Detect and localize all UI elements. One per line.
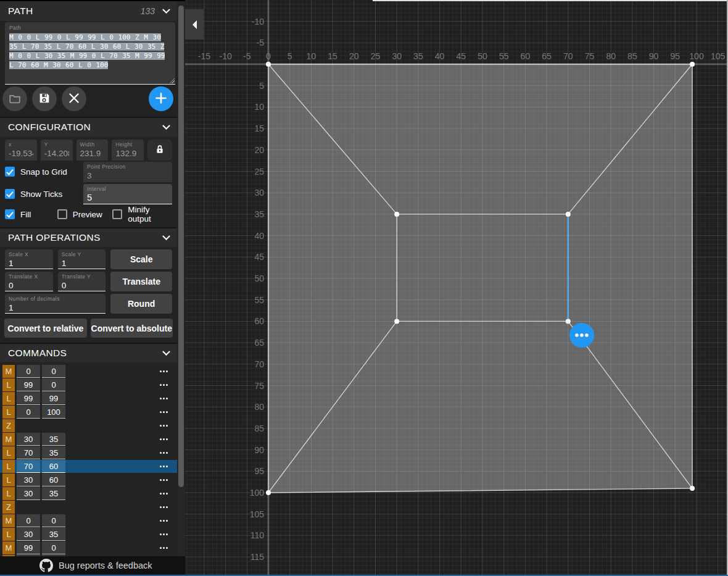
decimals-field[interactable]: Number of decimals — [5, 294, 105, 314]
command-x-value[interactable]: 70 — [17, 460, 40, 473]
path-vertex-handle[interactable] — [566, 319, 571, 323]
viewbox-width-input[interactable] — [80, 149, 105, 158]
clear-path-button[interactable] — [62, 86, 86, 111]
command-x-value[interactable]: 99 — [17, 392, 40, 405]
path-operations-section-header[interactable]: PATH OPERATIONS — [0, 227, 177, 247]
command-row[interactable]: L9999 — [0, 392, 177, 405]
scale-x-field[interactable]: Scale X — [5, 249, 53, 269]
point-menu-button[interactable] — [569, 323, 594, 348]
command-letter-badge[interactable]: Z — [2, 419, 15, 432]
command-letter-badge[interactable]: L — [2, 406, 15, 419]
translate-button[interactable]: Translate — [110, 272, 172, 291]
more-options-icon[interactable] — [159, 520, 168, 522]
viewbox-width-field[interactable]: Width — [77, 140, 109, 161]
command-x-value[interactable]: 30 — [17, 528, 40, 541]
path-vertex-handle[interactable] — [266, 62, 271, 67]
command-y-value[interactable]: 60 — [42, 474, 65, 486]
path-vertex-handle[interactable] — [690, 486, 695, 491]
path-vertex-handle[interactable] — [266, 490, 271, 495]
interval-field[interactable]: Interval — [83, 184, 172, 204]
fill-checkbox[interactable]: Fill — [5, 209, 57, 219]
command-letter-badge[interactable]: L — [2, 460, 15, 473]
command-y-value[interactable]: 35 — [42, 433, 65, 446]
more-options-icon[interactable] — [159, 384, 168, 386]
command-row[interactable]: M990 — [0, 541, 177, 554]
command-letter-badge[interactable]: L — [2, 528, 15, 541]
command-letter-badge[interactable]: L — [2, 378, 15, 391]
more-options-icon[interactable] — [159, 533, 168, 535]
path-section-header[interactable]: PATH 133 — [0, 1, 177, 21]
viewbox-height-field[interactable]: Height — [112, 140, 144, 161]
command-row[interactable]: Z — [0, 501, 177, 514]
command-letter-badge[interactable]: L — [2, 474, 15, 486]
viewbox-x-field[interactable]: x — [5, 140, 37, 161]
command-x-value[interactable]: 0 — [17, 514, 40, 527]
commands-section-header[interactable]: COMMANDS — [0, 343, 177, 362]
command-row[interactable]: L3035 — [0, 528, 177, 541]
lock-aspect-button[interactable] — [147, 140, 172, 161]
viewbox-y-field[interactable]: Y — [41, 140, 73, 161]
path-vertex-handle[interactable] — [394, 319, 399, 323]
command-y-value[interactable]: 0 — [42, 514, 65, 527]
open-path-button[interactable] — [2, 86, 27, 111]
feedback-footer[interactable]: Bug reports & feedback — [0, 556, 185, 575]
command-row[interactable]: L7060 — [0, 460, 177, 473]
command-row[interactable]: Z — [0, 419, 177, 432]
translate-y-field[interactable]: Translate Y — [58, 272, 106, 291]
path-vertex-handle[interactable] — [566, 212, 571, 217]
sidebar-scrollbar[interactable] — [177, 1, 185, 557]
convert-to-relative-button[interactable]: Convert to relative — [4, 319, 87, 338]
convert-to-absolute-button[interactable]: Convert to absolute — [91, 319, 173, 338]
command-letter-badge[interactable]: M — [2, 433, 15, 446]
command-row[interactable]: M3035 — [0, 433, 177, 446]
translate-x-field[interactable]: Translate X — [5, 272, 53, 291]
command-letter-badge[interactable]: L — [2, 392, 15, 405]
command-x-value[interactable]: 0 — [17, 406, 40, 419]
path-vertex-handle[interactable] — [690, 62, 695, 67]
command-row[interactable]: L0100 — [0, 406, 177, 419]
feedback-link[interactable]: Bug reports & feedback — [59, 561, 152, 570]
checkbox-checked-icon[interactable] — [5, 189, 15, 199]
command-x-value[interactable]: 99 — [17, 541, 40, 554]
textarea-resize-handle[interactable] — [169, 78, 175, 83]
command-row[interactable]: L7035 — [0, 446, 177, 459]
preview-checkbox[interactable]: Preview — [57, 209, 113, 219]
more-options-icon[interactable] — [159, 438, 168, 440]
command-row[interactable]: M00 — [0, 365, 177, 378]
command-letter-badge[interactable]: Z — [2, 501, 15, 514]
more-options-icon[interactable] — [159, 479, 168, 481]
path-textarea-value[interactable]: M 0 0 L 99 0 L 99 99 L 0 100 Z M 30 35 L… — [9, 33, 171, 70]
more-options-icon[interactable] — [159, 493, 168, 495]
command-y-value[interactable]: 99 — [42, 392, 65, 405]
command-letter-badge[interactable]: M — [2, 541, 15, 554]
path-textarea[interactable]: Path M 0 0 L 99 0 L 99 99 L 0 100 Z M 30… — [5, 22, 175, 85]
show-ticks-checkbox[interactable]: Show Ticks — [5, 189, 62, 199]
round-button[interactable]: Round — [110, 294, 172, 314]
more-options-icon[interactable] — [159, 370, 168, 372]
translate-x-input[interactable] — [9, 281, 49, 290]
translate-y-input[interactable] — [62, 281, 102, 290]
point-precision-input[interactable] — [87, 171, 168, 180]
command-row[interactable]: M00 — [0, 514, 177, 527]
command-y-value[interactable]: 0 — [42, 541, 65, 554]
scale-y-field[interactable]: Scale Y — [58, 249, 106, 269]
viewbox-y-input[interactable] — [44, 149, 69, 158]
more-options-icon[interactable] — [159, 452, 168, 454]
add-path-button[interactable] — [149, 86, 173, 111]
command-x-value[interactable]: 30 — [17, 433, 40, 446]
scale-button[interactable]: Scale — [110, 249, 172, 269]
viewbox-x-input[interactable] — [9, 149, 33, 158]
command-letter-badge[interactable]: M — [2, 514, 15, 527]
command-y-value[interactable]: 35 — [42, 528, 65, 541]
more-options-icon[interactable] — [159, 465, 168, 467]
save-path-button[interactable] — [32, 86, 57, 111]
command-y-value[interactable]: 35 — [42, 487, 65, 500]
checkbox-unchecked-icon[interactable] — [57, 209, 67, 219]
canvas[interactable]: -15-10-505101520253035404550556065707580… — [185, 0, 727, 576]
command-row[interactable]: L3035 — [0, 487, 177, 500]
configuration-section-header[interactable]: CONFIGURATION — [0, 117, 177, 136]
command-x-value[interactable]: 70 — [17, 446, 40, 459]
interval-input[interactable] — [87, 193, 168, 202]
viewbox-height-input[interactable] — [115, 149, 140, 158]
more-options-icon[interactable] — [159, 398, 168, 399]
